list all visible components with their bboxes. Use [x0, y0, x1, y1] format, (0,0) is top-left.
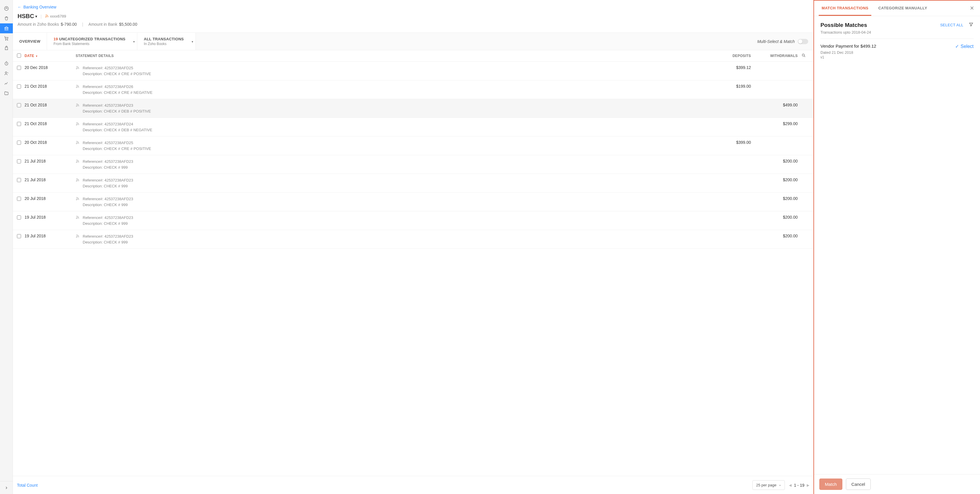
- back-link[interactable]: Banking Overview: [18, 5, 56, 10]
- row-withdrawal: $499.00: [751, 103, 798, 107]
- table-row[interactable]: 21 Jul 2018Reference#: 42537238AFD23Desc…: [13, 155, 813, 174]
- table-row[interactable]: 19 Jul 2018Reference#: 42537238AFD23Desc…: [13, 211, 813, 230]
- filter-button[interactable]: [969, 22, 974, 28]
- row-date: 20 Oct 2018: [25, 140, 76, 145]
- row-details: Reference#: 42537238AFD23Description: CH…: [83, 215, 704, 226]
- total-count-link[interactable]: Total Count: [17, 483, 38, 488]
- all-sub: In Zoho Books: [144, 42, 184, 46]
- account-header: HSBC ▾ | xxxx6789 Amount in Zoho Books$-…: [13, 10, 813, 32]
- row-date: 19 Jul 2018: [25, 215, 76, 220]
- nav-sales-icon[interactable]: [0, 33, 13, 43]
- row-details: Reference#: 42537238AFD23Description: CH…: [83, 234, 704, 245]
- feed-icon: [76, 140, 83, 145]
- multi-select-label: Multi-Select & Match: [757, 39, 795, 44]
- row-details: Reference#: 42537238AFD26Description: CH…: [83, 84, 704, 95]
- row-checkbox[interactable]: [17, 122, 21, 126]
- nav-accountant-icon[interactable]: [0, 69, 13, 78]
- row-checkbox[interactable]: [17, 66, 21, 70]
- row-details: Reference#: 42537238AFD25Description: CH…: [83, 65, 704, 76]
- nav-reports-icon[interactable]: [0, 78, 13, 88]
- pager-next[interactable]: ▶: [807, 483, 809, 487]
- chevron-down-icon[interactable]: ▾: [192, 40, 193, 43]
- table-row[interactable]: 19 Jul 2018Reference#: 42537238AFD23Desc…: [13, 230, 813, 249]
- row-date: 20 Dec 2018: [25, 65, 76, 70]
- pager: ◀ 1 - 19 ▶: [789, 483, 809, 488]
- feed-icon: [45, 14, 49, 19]
- nav-dashboard-icon[interactable]: [0, 3, 13, 13]
- row-checkbox[interactable]: [17, 159, 21, 163]
- table-row[interactable]: 21 Oct 2018Reference#: 42537238AFD26Desc…: [13, 80, 813, 99]
- tab-all-transactions[interactable]: ALL TRANSACTIONS In Zoho Books ▾: [137, 33, 196, 50]
- svg-point-10: [76, 106, 77, 107]
- tab-overview[interactable]: OVERVIEW: [13, 33, 47, 50]
- per-page-select[interactable]: 25 per page: [752, 480, 785, 490]
- bank-amount-label: Amount in Bank: [89, 22, 118, 27]
- row-checkbox[interactable]: [17, 234, 21, 238]
- possible-matches-sub: Transactions upto 2018-04-24: [821, 30, 871, 35]
- row-checkbox[interactable]: [17, 178, 21, 182]
- cancel-button[interactable]: Cancel: [846, 478, 871, 490]
- match-item: Vendor Payment for $499.12 Dated 21 Dec …: [821, 39, 974, 64]
- nav-banking-icon[interactable]: [0, 23, 13, 33]
- row-details: Reference#: 42537238AFD23Description: CH…: [83, 103, 704, 114]
- row-withdrawal: $200.00: [751, 196, 798, 201]
- table-row[interactable]: 20 Dec 2018Reference#: 42537238AFD25Desc…: [13, 62, 813, 80]
- feed-icon: [76, 177, 83, 183]
- table-row[interactable]: 20 Oct 2018Reference#: 42537238AFD25Desc…: [13, 137, 813, 155]
- svg-point-9: [76, 87, 77, 88]
- table-row[interactable]: 21 Oct 2018Reference#: 42537238AFD24Desc…: [13, 118, 813, 137]
- row-withdrawal: $200.00: [751, 215, 798, 220]
- feed-icon: [76, 215, 83, 220]
- nav-time-icon[interactable]: [0, 59, 13, 69]
- select-all-checkbox[interactable]: [17, 54, 21, 57]
- nav-documents-icon[interactable]: [0, 88, 13, 98]
- row-checkbox[interactable]: [17, 84, 21, 89]
- row-checkbox[interactable]: [17, 140, 21, 145]
- svg-point-12: [76, 143, 77, 144]
- table-row[interactable]: 21 Jul 2018Reference#: 42537238AFD23Desc…: [13, 174, 813, 193]
- sort-icon: ▾: [36, 55, 37, 57]
- account-name-dropdown[interactable]: HSBC ▾: [18, 13, 37, 19]
- nav-items-icon[interactable]: [0, 13, 13, 23]
- nav-expand-toggle[interactable]: [0, 481, 13, 494]
- feed-icon: [76, 159, 83, 164]
- select-all-link[interactable]: SELECT ALL: [940, 23, 963, 27]
- tab-uncategorized[interactable]: 19 UNCATEGORIZED TRANSACTIONS From Bank …: [47, 33, 137, 50]
- match-item-select[interactable]: ✓ Select: [955, 43, 974, 49]
- svg-point-14: [76, 181, 77, 181]
- row-checkbox[interactable]: [17, 197, 21, 201]
- breadcrumb: Banking Overview: [13, 0, 813, 10]
- view-tabs: OVERVIEW 19 UNCATEGORIZED TRANSACTIONS F…: [13, 32, 813, 50]
- tab-match-transactions[interactable]: MATCH TRANSACTIONS: [819, 1, 871, 16]
- col-date-sort[interactable]: DATE ▾: [25, 54, 76, 58]
- panel-close-button[interactable]: ✕: [969, 4, 975, 13]
- row-checkbox[interactable]: [17, 103, 21, 107]
- table-row[interactable]: 21 Oct 2018Reference#: 42537238AFD23Desc…: [13, 99, 813, 118]
- row-checkbox[interactable]: [17, 215, 21, 220]
- tab-categorize-manually[interactable]: CATEGORIZE MANUALLY: [875, 1, 930, 16]
- svg-point-8: [76, 69, 77, 69]
- match-button[interactable]: Match: [819, 478, 842, 490]
- col-date-label: DATE: [25, 54, 34, 58]
- match-item-select-label: Select: [961, 44, 974, 49]
- match-item-date: Dated 21 Dec 2018: [821, 50, 876, 55]
- nav-purchases-icon[interactable]: [0, 43, 13, 53]
- possible-matches-title: Possible Matches: [821, 22, 871, 29]
- chevron-down-icon: ▾: [35, 14, 37, 18]
- multi-select-toggle[interactable]: [798, 39, 808, 44]
- uncategorized-label: UNCATEGORIZED TRANSACTIONS: [59, 37, 125, 41]
- feed-icon: [76, 103, 83, 108]
- svg-point-11: [76, 124, 77, 125]
- row-deposit: $399.00: [704, 140, 751, 145]
- chevron-down-icon[interactable]: ▾: [133, 40, 135, 43]
- svg-point-5: [5, 72, 6, 73]
- account-name: HSBC: [18, 13, 34, 19]
- pager-prev[interactable]: ◀: [789, 483, 792, 487]
- svg-point-16: [76, 218, 77, 218]
- table-row[interactable]: 20 Jul 2018Reference#: 42537238AFD23Desc…: [13, 193, 813, 211]
- check-icon: ✓: [955, 43, 959, 49]
- table-search-button[interactable]: [798, 53, 809, 59]
- svg-point-7: [802, 54, 804, 56]
- tab-overview-label: OVERVIEW: [19, 39, 40, 43]
- row-deposit: $199.00: [704, 84, 751, 89]
